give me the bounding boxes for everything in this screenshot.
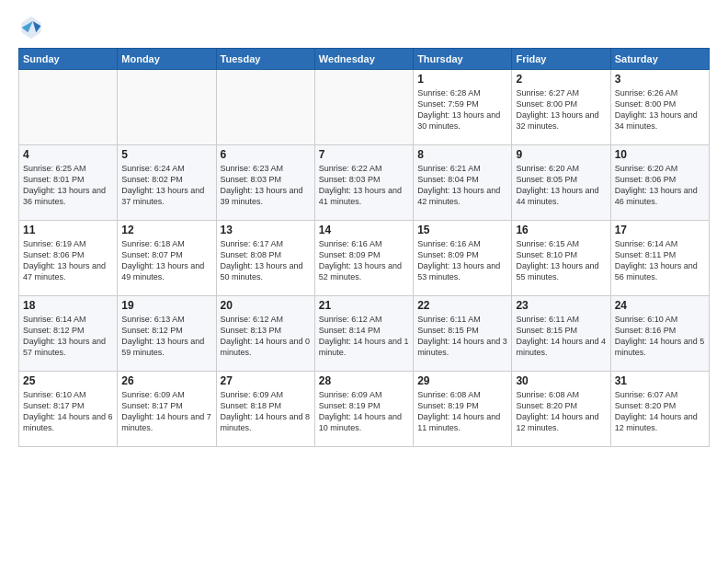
day-number: 1 (417, 73, 507, 86)
calendar-table: SundayMondayTuesdayWednesdayThursdayFrid… (18, 48, 710, 447)
day-number: 3 (615, 73, 705, 86)
week-row-4: 18Sunrise: 6:14 AM Sunset: 8:12 PM Dayli… (19, 296, 710, 372)
day-number: 8 (417, 148, 507, 161)
header (18, 15, 710, 40)
logo (18, 15, 48, 40)
cell-info: Sunrise: 6:22 AM Sunset: 8:03 PM Dayligh… (319, 163, 409, 208)
day-number: 11 (23, 224, 113, 236)
calendar-cell (19, 70, 118, 145)
day-number: 27 (221, 374, 311, 387)
calendar-cell: 12Sunrise: 6:18 AM Sunset: 8:07 PM Dayli… (118, 221, 216, 296)
calendar-cell: 10Sunrise: 6:20 AM Sunset: 8:06 PM Dayli… (610, 145, 709, 221)
calendar-cell: 17Sunrise: 6:14 AM Sunset: 8:11 PM Dayli… (610, 221, 709, 296)
cell-info: Sunrise: 6:07 AM Sunset: 8:20 PM Dayligh… (615, 389, 705, 434)
day-number: 13 (221, 224, 311, 236)
cell-info: Sunrise: 6:26 AM Sunset: 8:00 PM Dayligh… (615, 87, 705, 132)
calendar-cell: 9Sunrise: 6:20 AM Sunset: 8:05 PM Daylig… (512, 145, 610, 221)
weekday-header-row: SundayMondayTuesdayWednesdayThursdayFrid… (19, 49, 710, 70)
weekday-sunday: Sunday (19, 49, 118, 70)
day-number: 9 (516, 148, 606, 161)
cell-info: Sunrise: 6:27 AM Sunset: 8:00 PM Dayligh… (516, 87, 606, 132)
day-number: 22 (417, 299, 507, 312)
cell-info: Sunrise: 6:09 AM Sunset: 8:19 PM Dayligh… (319, 389, 409, 434)
cell-info: Sunrise: 6:11 AM Sunset: 8:15 PM Dayligh… (516, 314, 606, 359)
calendar-cell (118, 70, 216, 145)
cell-info: Sunrise: 6:13 AM Sunset: 8:12 PM Dayligh… (121, 314, 211, 359)
cell-info: Sunrise: 6:08 AM Sunset: 8:19 PM Dayligh… (417, 389, 507, 434)
day-number: 17 (615, 224, 705, 236)
day-number: 30 (516, 374, 606, 387)
calendar-cell: 20Sunrise: 6:12 AM Sunset: 8:13 PM Dayli… (216, 296, 314, 372)
cell-info: Sunrise: 6:21 AM Sunset: 8:04 PM Dayligh… (417, 163, 507, 208)
day-number: 10 (615, 148, 705, 161)
calendar-cell: 11Sunrise: 6:19 AM Sunset: 8:06 PM Dayli… (19, 221, 118, 296)
calendar-cell: 8Sunrise: 6:21 AM Sunset: 8:04 PM Daylig… (414, 145, 512, 221)
cell-info: Sunrise: 6:15 AM Sunset: 8:10 PM Dayligh… (516, 238, 606, 283)
calendar-cell: 13Sunrise: 6:17 AM Sunset: 8:08 PM Dayli… (216, 221, 314, 296)
calendar-cell: 31Sunrise: 6:07 AM Sunset: 8:20 PM Dayli… (610, 372, 709, 447)
calendar-cell: 21Sunrise: 6:12 AM Sunset: 8:14 PM Dayli… (314, 296, 413, 372)
calendar-cell: 14Sunrise: 6:16 AM Sunset: 8:09 PM Dayli… (314, 221, 413, 296)
day-number: 14 (319, 224, 409, 236)
day-number: 5 (121, 148, 211, 161)
weekday-monday: Monday (118, 49, 216, 70)
day-number: 29 (417, 374, 507, 387)
calendar-cell: 15Sunrise: 6:16 AM Sunset: 8:09 PM Dayli… (414, 221, 512, 296)
day-number: 21 (319, 299, 409, 312)
weekday-saturday: Saturday (610, 49, 709, 70)
cell-info: Sunrise: 6:08 AM Sunset: 8:20 PM Dayligh… (516, 389, 606, 434)
cell-info: Sunrise: 6:17 AM Sunset: 8:08 PM Dayligh… (221, 238, 311, 283)
calendar-cell: 30Sunrise: 6:08 AM Sunset: 8:20 PM Dayli… (512, 372, 610, 447)
calendar-cell: 23Sunrise: 6:11 AM Sunset: 8:15 PM Dayli… (512, 296, 610, 372)
calendar-cell: 27Sunrise: 6:09 AM Sunset: 8:18 PM Dayli… (216, 372, 314, 447)
calendar-cell: 29Sunrise: 6:08 AM Sunset: 8:19 PM Dayli… (414, 372, 512, 447)
cell-info: Sunrise: 6:10 AM Sunset: 8:17 PM Dayligh… (23, 389, 113, 434)
calendar-cell (314, 70, 413, 145)
weekday-wednesday: Wednesday (314, 49, 413, 70)
day-number: 24 (615, 299, 705, 312)
day-number: 6 (221, 148, 311, 161)
page: SundayMondayTuesdayWednesdayThursdayFrid… (0, 0, 728, 563)
week-row-2: 4Sunrise: 6:25 AM Sunset: 8:01 PM Daylig… (19, 145, 710, 221)
calendar-cell: 18Sunrise: 6:14 AM Sunset: 8:12 PM Dayli… (19, 296, 118, 372)
week-row-3: 11Sunrise: 6:19 AM Sunset: 8:06 PM Dayli… (19, 221, 710, 296)
calendar-cell: 5Sunrise: 6:24 AM Sunset: 8:02 PM Daylig… (118, 145, 216, 221)
calendar-cell: 1Sunrise: 6:28 AM Sunset: 7:59 PM Daylig… (414, 70, 512, 145)
cell-info: Sunrise: 6:09 AM Sunset: 8:17 PM Dayligh… (121, 389, 211, 434)
calendar-cell: 16Sunrise: 6:15 AM Sunset: 8:10 PM Dayli… (512, 221, 610, 296)
week-row-1: 1Sunrise: 6:28 AM Sunset: 7:59 PM Daylig… (19, 70, 710, 145)
day-number: 26 (121, 374, 211, 387)
day-number: 16 (516, 224, 606, 236)
cell-info: Sunrise: 6:24 AM Sunset: 8:02 PM Dayligh… (121, 163, 211, 208)
day-number: 25 (23, 374, 113, 387)
calendar-cell: 3Sunrise: 6:26 AM Sunset: 8:00 PM Daylig… (610, 70, 709, 145)
calendar-cell: 24Sunrise: 6:10 AM Sunset: 8:16 PM Dayli… (610, 296, 709, 372)
cell-info: Sunrise: 6:19 AM Sunset: 8:06 PM Dayligh… (23, 238, 113, 283)
calendar-cell: 25Sunrise: 6:10 AM Sunset: 8:17 PM Dayli… (19, 372, 118, 447)
cell-info: Sunrise: 6:14 AM Sunset: 8:12 PM Dayligh… (23, 314, 113, 359)
logo-icon (18, 15, 44, 40)
cell-info: Sunrise: 6:20 AM Sunset: 8:06 PM Dayligh… (615, 163, 705, 208)
week-row-5: 25Sunrise: 6:10 AM Sunset: 8:17 PM Dayli… (19, 372, 710, 447)
day-number: 23 (516, 299, 606, 312)
day-number: 20 (221, 299, 311, 312)
day-number: 28 (319, 374, 409, 387)
calendar-cell: 19Sunrise: 6:13 AM Sunset: 8:12 PM Dayli… (118, 296, 216, 372)
cell-info: Sunrise: 6:12 AM Sunset: 8:14 PM Dayligh… (319, 314, 409, 359)
calendar-cell: 26Sunrise: 6:09 AM Sunset: 8:17 PM Dayli… (118, 372, 216, 447)
weekday-thursday: Thursday (414, 49, 512, 70)
weekday-tuesday: Tuesday (216, 49, 314, 70)
calendar-cell: 6Sunrise: 6:23 AM Sunset: 8:03 PM Daylig… (216, 145, 314, 221)
cell-info: Sunrise: 6:10 AM Sunset: 8:16 PM Dayligh… (615, 314, 705, 359)
cell-info: Sunrise: 6:23 AM Sunset: 8:03 PM Dayligh… (221, 163, 311, 208)
cell-info: Sunrise: 6:18 AM Sunset: 8:07 PM Dayligh… (121, 238, 211, 283)
day-number: 12 (121, 224, 211, 236)
day-number: 4 (23, 148, 113, 161)
cell-info: Sunrise: 6:09 AM Sunset: 8:18 PM Dayligh… (221, 389, 311, 434)
calendar-cell: 28Sunrise: 6:09 AM Sunset: 8:19 PM Dayli… (314, 372, 413, 447)
calendar-cell: 7Sunrise: 6:22 AM Sunset: 8:03 PM Daylig… (314, 145, 413, 221)
day-number: 7 (319, 148, 409, 161)
day-number: 2 (516, 73, 606, 86)
weekday-friday: Friday (512, 49, 610, 70)
calendar-cell: 4Sunrise: 6:25 AM Sunset: 8:01 PM Daylig… (19, 145, 118, 221)
